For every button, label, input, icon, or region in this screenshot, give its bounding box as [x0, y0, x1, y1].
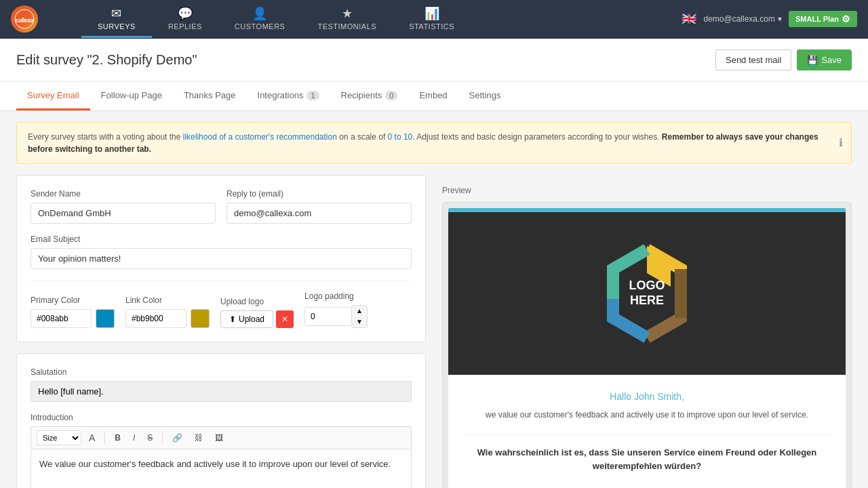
flag-icon: 🇬🇧 [682, 12, 696, 26]
email-subject-input[interactable] [31, 248, 412, 269]
sender-section: Sender Name Reply to (email) Email Subje… [16, 175, 426, 342]
tabs-bar: Survey Email Follow-up Page Thanks Page … [0, 82, 868, 111]
nav-testimonials[interactable]: ★ TESTIMONIALS [301, 0, 393, 38]
tab-embed[interactable]: Embed [408, 82, 458, 110]
nav-testimonials-label: TESTIMONIALS [317, 22, 376, 30]
testimonials-icon: ★ [342, 6, 353, 21]
bold-button[interactable]: B [110, 430, 125, 445]
preview-greeting: Hallo John Smith, [465, 391, 829, 402]
nav-replies[interactable]: 💬 REPLIES [152, 0, 218, 38]
nav-surveys[interactable]: ✉ SURVEYS [81, 0, 152, 38]
tab-integrations[interactable]: Integrations 1 [247, 82, 330, 110]
font-color-button[interactable]: A [84, 430, 100, 446]
salutation-section: Salutation Hello [full name]. Dear [firs… [16, 353, 426, 488]
email-preview: LOGO HERE Hallo John Smith, we value our… [448, 208, 846, 488]
logo-padding-input[interactable] [304, 307, 352, 326]
primary-color-input-wrap [31, 309, 115, 328]
font-size-select[interactable]: Size Small Normal Large [37, 430, 81, 445]
link-color-swatch[interactable] [191, 309, 210, 328]
preview-intro: we value our customer's feedback and act… [465, 409, 829, 421]
main-content: Sender Name Reply to (email) Email Subje… [0, 175, 868, 488]
image-button[interactable]: 🖼 [210, 430, 228, 445]
salutation-select[interactable]: Hello [full name]. Dear [first name] Hi … [31, 381, 412, 402]
nav-statistics[interactable]: 📊 STATISTICS [393, 0, 471, 38]
sender-name-label: Sender Name [31, 189, 216, 199]
unlink-button[interactable]: ⛓ [190, 430, 208, 445]
link-button[interactable]: 🔗 [167, 430, 187, 445]
nav-statistics-label: STATISTICS [409, 22, 454, 30]
top-navigation: callexa ✉ SURVEYS 💬 REPLIES 👤 CUSTOMERS … [0, 0, 868, 39]
link-color-group: Link Color [125, 296, 210, 328]
customers-icon: 👤 [252, 6, 267, 21]
italic-button[interactable]: I [128, 430, 140, 445]
primary-color-group: Primary Color [31, 296, 115, 328]
upload-logo-label: Upload logo [220, 297, 294, 306]
scale-link[interactable]: 0 to 10 [388, 132, 413, 142]
toolbar-divider-1 [104, 432, 105, 444]
reply-to-input[interactable] [226, 203, 412, 224]
primary-color-label: Primary Color [31, 296, 115, 305]
upload-icon: ⬆ [229, 314, 236, 324]
sender-name-input[interactable] [31, 203, 216, 224]
tab-follow-up[interactable]: Follow-up Page [90, 82, 173, 110]
plan-badge[interactable]: SMALL Plan ⚙ [789, 11, 857, 27]
preview-label: Preview [442, 186, 852, 195]
email-subject-label: Email Subject [31, 235, 412, 244]
introduction-label: Introduction [31, 413, 412, 422]
link-color-label: Link Color [125, 296, 210, 305]
logo-padding-spinner: ▲ ▼ [304, 305, 368, 328]
logo-padding-label: Logo padding [304, 291, 368, 301]
svg-text:callexa: callexa [16, 17, 35, 24]
hex-logo: LOGO HERE [593, 239, 701, 348]
nav-customers[interactable]: 👤 CUSTOMERS [218, 0, 302, 38]
sender-name-group: Sender Name [31, 189, 216, 224]
rich-text-toolbar: Size Small Normal Large A B I S 🔗 ⛓ 🖼 [31, 426, 412, 449]
recipients-badge: 0 [385, 91, 397, 100]
info-close-button[interactable]: ℹ [839, 135, 843, 151]
spin-buttons: ▲ ▼ [352, 305, 368, 328]
header-actions: Send test mail 💾 Save [715, 49, 852, 70]
logo-icon: callexa [11, 5, 38, 33]
preview-body: Hallo John Smith, we value our customer'… [448, 375, 846, 488]
primary-color-input[interactable] [31, 309, 92, 328]
strikethrough-button[interactable]: S [142, 430, 157, 445]
toolbar-divider-2 [162, 432, 163, 444]
primary-color-swatch[interactable] [96, 309, 115, 328]
salutation-label: Salutation [31, 367, 412, 377]
nav-surveys-label: SURVEYS [98, 22, 136, 30]
page-title: Edit survey "2. Shopify Demo" [16, 52, 197, 68]
form-panel: Sender Name Reply to (email) Email Subje… [16, 175, 426, 488]
reply-to-label: Reply to (email) [226, 189, 412, 199]
remove-logo-button[interactable]: ✕ [276, 310, 294, 328]
preview-logo-section: LOGO HERE [448, 212, 846, 375]
spin-down-button[interactable]: ▼ [352, 317, 367, 327]
preview-container: LOGO HERE Hallo John Smith, we value our… [442, 202, 852, 488]
reply-to-group: Reply to (email) [226, 189, 412, 224]
page-header: Edit survey "2. Shopify Demo" Send test … [0, 39, 868, 82]
tab-thanks-page[interactable]: Thanks Page [173, 82, 247, 110]
tab-survey-email[interactable]: Survey Email [16, 82, 90, 110]
salutation-group: Salutation Hello [full name]. Dear [firs… [31, 367, 412, 402]
preview-question: Wie wahrscheinlich ist es, dass Sie unse… [465, 434, 829, 472]
tab-settings[interactable]: Settings [458, 82, 512, 110]
save-button[interactable]: 💾 Save [797, 49, 852, 70]
replies-icon: 💬 [178, 6, 193, 21]
link-color-input[interactable] [125, 309, 186, 328]
preview-panel: Preview [426, 175, 852, 488]
logo[interactable]: callexa [0, 0, 81, 38]
user-email[interactable]: demo@callexa.com ▾ [703, 14, 782, 24]
nav-right: 🇬🇧 demo@callexa.com ▾ SMALL Plan ⚙ [671, 0, 868, 38]
color-upload-row: Primary Color Link Color Upload logo [31, 291, 412, 328]
introduction-group: Introduction Size Small Normal Large A B… [31, 413, 412, 488]
likelihood-link[interactable]: likelihood of a customer's recommendatio… [183, 132, 337, 142]
introduction-editor[interactable]: We value our customer's feedback and act… [31, 449, 412, 488]
upload-buttons: ⬆ Upload ✕ [220, 310, 294, 328]
link-color-input-wrap [125, 309, 210, 328]
upload-button[interactable]: ⬆ Upload [220, 310, 273, 328]
tab-recipients[interactable]: Recipients 0 [330, 82, 409, 110]
spin-up-button[interactable]: ▲ [352, 306, 367, 317]
nav-customers-label: CUSTOMERS [235, 22, 285, 30]
send-test-mail-button[interactable]: Send test mail [715, 49, 791, 70]
info-text: Every survey starts with a voting about … [28, 132, 818, 154]
statistics-icon: 📊 [425, 6, 439, 21]
